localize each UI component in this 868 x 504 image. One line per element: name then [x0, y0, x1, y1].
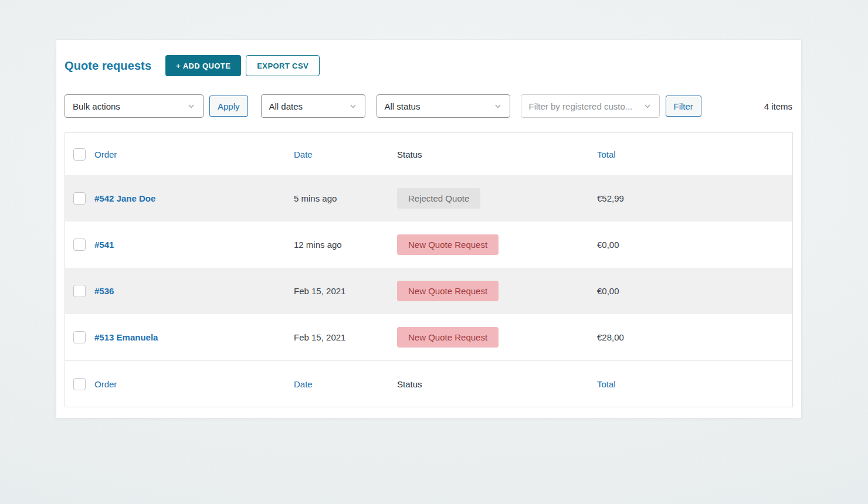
row-checkbox[interactable]: [73, 192, 86, 205]
table-header-row: Order Date Status Total: [65, 133, 792, 175]
column-header-status: Status: [397, 149, 422, 159]
date-cell: 5 mins ago: [294, 193, 397, 203]
column-header-total[interactable]: Total: [597, 149, 616, 159]
chevron-down-icon: [493, 101, 503, 111]
bulk-actions-value: Bulk actions: [73, 101, 120, 111]
all-dates-value: All dates: [269, 101, 303, 111]
add-quote-button[interactable]: + ADD QUOTE: [165, 55, 241, 76]
order-link[interactable]: #542 Jane Doe: [94, 193, 155, 203]
total-cell: €0,00: [597, 286, 784, 296]
order-link[interactable]: #536: [94, 286, 114, 296]
all-dates-select[interactable]: All dates: [261, 94, 365, 118]
table-row: #536 Feb 15, 2021 New Quote Request €0,0…: [65, 268, 792, 314]
customer-filter-select[interactable]: Filter by registered custo...: [521, 94, 660, 118]
column-footer-date[interactable]: Date: [294, 379, 313, 389]
chevron-down-icon: [348, 101, 358, 111]
column-footer-status: Status: [397, 379, 422, 389]
row-checkbox[interactable]: [73, 285, 86, 297]
select-all-checkbox[interactable]: [73, 148, 86, 161]
column-header-date[interactable]: Date: [294, 149, 313, 159]
select-all-checkbox[interactable]: [73, 378, 86, 390]
export-csv-button[interactable]: EXPORT CSV: [246, 55, 320, 76]
chevron-down-icon: [187, 101, 196, 111]
chevron-down-icon: [643, 101, 652, 111]
date-cell: 12 mins ago: [294, 240, 397, 250]
page-header: Quote requests + ADD QUOTE EXPORT CSV: [65, 55, 793, 76]
filter-button[interactable]: Filter: [666, 96, 701, 117]
date-cell: Feb 15, 2021: [294, 286, 397, 296]
date-cell: Feb 15, 2021: [294, 332, 397, 342]
items-count: 4 items: [764, 101, 793, 111]
status-badge: Rejected Quote: [397, 188, 480, 209]
order-link[interactable]: #541: [94, 240, 114, 250]
all-status-select[interactable]: All status: [377, 94, 510, 118]
table-row: #541 12 mins ago New Quote Request €0,00: [65, 222, 792, 268]
total-cell: €28,00: [597, 332, 784, 342]
column-footer-total[interactable]: Total: [597, 379, 616, 389]
table-row: #513 Emanuela Feb 15, 2021 New Quote Req…: [65, 314, 792, 360]
status-badge: New Quote Request: [397, 327, 499, 348]
apply-button[interactable]: Apply: [209, 96, 248, 117]
total-cell: €0,00: [597, 240, 784, 250]
filters-toolbar: Bulk actions Apply All dates All status …: [65, 94, 793, 118]
status-badge: New Quote Request: [397, 281, 499, 301]
table-footer-row: Order Date Status Total: [65, 360, 792, 407]
page-title: Quote requests: [65, 59, 151, 73]
column-header-order[interactable]: Order: [94, 149, 117, 159]
row-checkbox[interactable]: [73, 331, 86, 343]
bulk-actions-select[interactable]: Bulk actions: [65, 94, 204, 118]
customer-filter-placeholder: Filter by registered custo...: [529, 101, 633, 111]
table-row: #542 Jane Doe 5 mins ago Rejected Quote …: [65, 175, 792, 222]
quote-requests-card: Quote requests + ADD QUOTE EXPORT CSV Bu…: [56, 40, 801, 418]
row-checkbox[interactable]: [73, 239, 86, 251]
column-footer-order[interactable]: Order: [94, 379, 117, 389]
status-badge: New Quote Request: [397, 234, 499, 255]
all-status-value: All status: [385, 101, 421, 111]
order-link[interactable]: #513 Emanuela: [94, 332, 158, 342]
quotes-table: Order Date Status Total #542 Jane Doe 5 …: [65, 132, 793, 407]
total-cell: €52,99: [597, 193, 784, 203]
